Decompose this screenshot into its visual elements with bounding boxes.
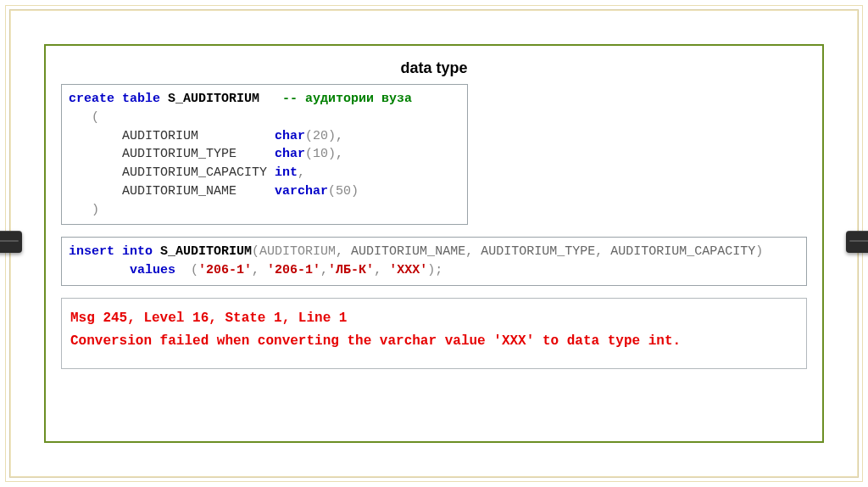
sep: , — [336, 244, 351, 259]
col-auditorium-type: AUDITORIUM_TYPE — [69, 147, 275, 161]
slide-title: data type — [61, 59, 807, 77]
content-frame: data type create table S_AUDITORIUM -- а… — [44, 44, 824, 443]
kw-create-table: create table — [69, 92, 160, 106]
code-block-create-table: create table S_AUDITORIUM -- аудитории в… — [61, 84, 468, 225]
comment-ru: -- аудитории вуза — [282, 92, 412, 106]
val-lbk: 'ЛБ-К' — [328, 263, 374, 277]
col-auditorium-capacity: AUDITORIUM_CAPACITY — [69, 165, 275, 180]
ident-sauditorium-2: S_AUDITORIUM — [153, 244, 252, 259]
sep-2: , — [465, 244, 481, 259]
error-message-box: Msg 245, Level 16, State 1, Line 1 Conve… — [61, 298, 807, 369]
sep-6: , — [374, 263, 389, 277]
col-cap-2: AUDITORIUM_CAPACITY — [610, 244, 755, 259]
col-type-2: AUDITORIUM_TYPE — [481, 244, 595, 259]
error-line-2: Conversion failed when converting the va… — [70, 330, 798, 353]
col-auditorium: AUDITORIUM — [69, 129, 275, 143]
comma-2: , — [336, 147, 343, 161]
comma-3: , — [298, 165, 305, 180]
paren-close-3: ); — [427, 263, 442, 277]
ident-sauditorium: S_AUDITORIUM — [160, 92, 282, 106]
val-206-1a: '206-1' — [198, 263, 252, 277]
col-auditorium-name: AUDITORIUM_NAME — [69, 184, 275, 199]
paren-open-3: ( — [191, 263, 198, 277]
sep-3: , — [595, 244, 610, 259]
paper-clip-left — [0, 231, 22, 253]
sep-5: , — [320, 263, 328, 277]
comma: , — [336, 129, 343, 143]
sz-10: (10) — [305, 147, 336, 161]
type-char: char — [275, 129, 305, 143]
sz-20: (20) — [305, 129, 336, 143]
sep-4: , — [252, 263, 267, 277]
code-block-insert: insert into S_AUDITORIUM(AUDITORIUM, AUD… — [61, 237, 807, 286]
paren-open: ( — [69, 110, 99, 125]
paper-frame: data type create table S_AUDITORIUM -- а… — [9, 9, 859, 478]
kw-values: values — [69, 263, 191, 277]
kw-insert-into: insert into — [69, 244, 153, 259]
paper-clip-right — [846, 231, 868, 253]
val-206-1b: '206-1' — [267, 263, 320, 277]
slide-stage: data type create table S_AUDITORIUM -- а… — [0, 0, 868, 487]
paren-open-2: (AUDITORIUM — [252, 244, 336, 259]
col-name-2: AUDITORIUM_NAME — [351, 244, 465, 259]
paren-close-2: ) — [755, 244, 763, 259]
paren-close: ) — [69, 203, 99, 217]
type-int: int — [275, 165, 298, 180]
error-line-1: Msg 245, Level 16, State 1, Line 1 — [70, 307, 798, 330]
type-varchar: varchar — [275, 184, 328, 199]
val-xxx: 'XXX' — [389, 263, 427, 277]
type-char-2: char — [275, 147, 305, 161]
sz-50: (50) — [328, 184, 359, 199]
